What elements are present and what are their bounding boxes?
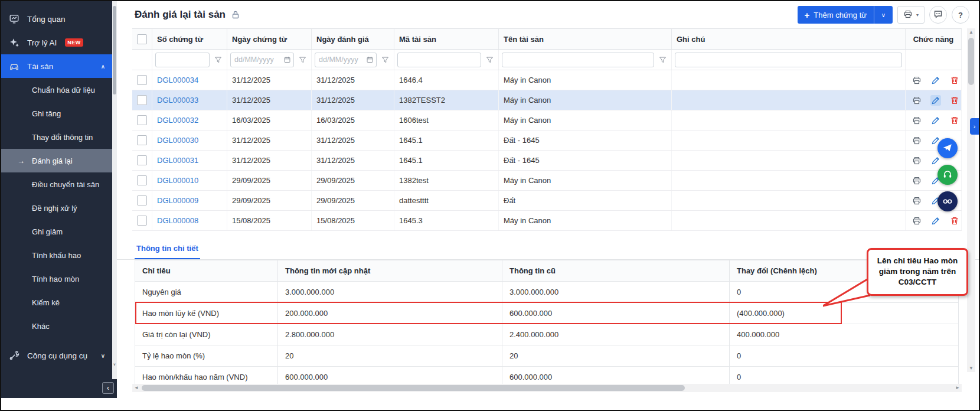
scroll-down-icon[interactable]: ▼ xyxy=(967,366,975,371)
sidebar-subitem-danh-gia-lai[interactable]: → Đánh giá lại xyxy=(1,149,112,172)
sidebar-collapse-button[interactable]: ‹ xyxy=(102,382,114,394)
print-icon[interactable] xyxy=(912,216,922,226)
print-icon[interactable] xyxy=(912,175,922,186)
filter-so-chung-tu-input[interactable] xyxy=(155,53,210,67)
filter-ngay-chung-tu-input[interactable] xyxy=(230,53,294,67)
sidebar-scrollbar-thumb[interactable] xyxy=(113,6,116,94)
scroll-left-icon[interactable]: ◄ xyxy=(132,384,141,392)
help-button[interactable]: ? xyxy=(952,6,969,24)
scroll-up-icon[interactable]: ▲ xyxy=(967,30,975,35)
document-link[interactable]: DGL000009 xyxy=(157,196,198,205)
row-checkbox[interactable] xyxy=(137,155,147,165)
vertical-scrollbar[interactable]: ▲ ▼ xyxy=(967,28,975,372)
document-link[interactable]: DGL000033 xyxy=(157,96,198,105)
print-icon[interactable] xyxy=(912,135,922,146)
sidebar-subitem-ghi-tang[interactable]: Ghi tăng xyxy=(1,102,112,125)
filter-funnel-icon[interactable] xyxy=(212,56,224,64)
row-checkbox[interactable] xyxy=(137,195,147,206)
add-voucher-button[interactable]: + Thêm chứng từ xyxy=(798,6,874,24)
sidebar-subitem-de-nghi-xu-ly[interactable]: Đề nghị xử lý xyxy=(1,196,112,220)
column-header[interactable]: Ngày chứng từ xyxy=(227,29,312,49)
sidebar-subitem-kiem-ke[interactable]: Kiểm kê xyxy=(1,291,112,314)
table-row[interactable]: DGL000030 31/12/2025 31/12/2025 1645.1 Đ… xyxy=(132,131,962,151)
filter-ma-tai-san-input[interactable] xyxy=(397,53,481,67)
edit-icon[interactable] xyxy=(930,216,941,226)
sidebar-subitem-dieu-chuyen-tai-san[interactable]: Điều chuyển tài sản xyxy=(1,172,112,196)
table-row[interactable]: DGL000008 15/08/2025 15/08/2025 1645.3 M… xyxy=(132,211,962,231)
filter-ghi-chu-input[interactable] xyxy=(675,53,902,67)
print-icon[interactable] xyxy=(912,115,922,126)
support-fab-button[interactable] xyxy=(937,165,958,185)
row-checkbox[interactable] xyxy=(137,135,147,145)
print-icon[interactable] xyxy=(912,95,922,106)
vertical-scrollbar-thumb[interactable] xyxy=(968,38,974,85)
filter-funnel-icon[interactable] xyxy=(296,56,308,64)
row-checkbox[interactable] xyxy=(137,115,147,125)
table-row[interactable]: DGL000033 31/12/2025 31/12/2025 1382TESS… xyxy=(132,90,962,110)
note xyxy=(672,90,906,110)
sidebar-subitem-tinh-hao-mon[interactable]: Tính hao mòn xyxy=(1,267,112,291)
delete-icon[interactable] xyxy=(949,115,960,126)
bot-fab-button[interactable] xyxy=(937,191,958,211)
document-link[interactable]: DGL000031 xyxy=(157,156,198,165)
tab-thong-tin-chi-tiet[interactable]: Thông tin chi tiết xyxy=(135,238,200,259)
filter-ten-tai-san-input[interactable] xyxy=(502,53,654,67)
criteria-label: Giá trị còn lại (VND) xyxy=(135,324,278,345)
document-link[interactable]: DGL000032 xyxy=(157,116,198,125)
sidebar-subitem-tinh-khau-hao[interactable]: Tính khấu hao xyxy=(1,243,112,267)
edit-icon[interactable] xyxy=(930,155,941,166)
row-checkbox[interactable] xyxy=(137,216,147,226)
sidebar-subitem-khac[interactable]: Khác xyxy=(1,314,112,338)
scroll-right-icon[interactable]: ► xyxy=(953,384,962,392)
table-row[interactable]: DGL000031 31/12/2025 31/12/2025 1645.1 Đ… xyxy=(132,151,962,171)
document-link[interactable]: DGL000010 xyxy=(157,176,198,185)
filter-ngay-danh-gia-input[interactable] xyxy=(315,53,377,67)
print-icon[interactable] xyxy=(912,155,922,166)
sidebar-item-tro-ly-ai[interactable]: Trợ lý AI NEW xyxy=(1,31,112,54)
delete-icon[interactable] xyxy=(949,95,960,106)
sidebar-item-tong-quan[interactable]: Tổng quan xyxy=(1,7,112,31)
printer-icon xyxy=(903,9,913,21)
sidebar-item-cong-cu-dung-cu[interactable]: Công cụ dụng cụ ∨ xyxy=(1,344,112,367)
document-link[interactable]: DGL000030 xyxy=(157,136,198,145)
edit-icon[interactable] xyxy=(930,115,941,126)
sidebar-subitem-chuan-hoa-du-lieu[interactable]: Chuẩn hóa dữ liệu xyxy=(1,78,112,102)
sidebar-item-tai-san[interactable]: Tài sản ∧ xyxy=(1,54,112,78)
filter-funnel-icon[interactable] xyxy=(656,56,668,64)
row-checkbox[interactable] xyxy=(137,95,147,105)
sidebar-subitem-thay-doi-thong-tin[interactable]: Thay đổi thông tin xyxy=(1,125,112,149)
print-icon[interactable] xyxy=(912,75,922,86)
assistant-fab-button[interactable] xyxy=(937,138,958,158)
table-row[interactable]: DGL000010 29/09/2025 29/09/2025 1382test… xyxy=(132,171,962,191)
column-header[interactable]: Tên tài sản xyxy=(499,29,672,49)
delete-icon[interactable] xyxy=(949,216,960,226)
sidebar-scroll-down-icon[interactable]: ∨ xyxy=(112,362,117,366)
edit-icon[interactable] xyxy=(930,75,941,86)
delete-icon[interactable] xyxy=(949,75,960,86)
document-link[interactable]: DGL000008 xyxy=(157,216,198,225)
print-icon[interactable] xyxy=(912,195,922,206)
sidebar-subitem-ghi-giam[interactable]: Ghi giảm xyxy=(1,220,112,243)
filter-funnel-icon[interactable] xyxy=(484,56,495,64)
table-row[interactable]: DGL000032 16/03/2025 16/03/2025 1606test… xyxy=(132,110,962,131)
sidebar-item-label: Tài sản xyxy=(27,62,53,71)
column-header[interactable]: Ghi chú xyxy=(672,29,906,49)
horizontal-scrollbar[interactable]: ◄ ► xyxy=(132,384,962,392)
row-checkbox[interactable] xyxy=(137,175,147,185)
column-header[interactable]: Số chứng từ xyxy=(152,29,227,49)
horizontal-scrollbar-thumb[interactable] xyxy=(142,385,685,391)
expand-panel-tab[interactable]: › xyxy=(970,118,979,135)
table-row[interactable]: DGL000009 29/09/2025 29/09/2025 dattestt… xyxy=(132,191,962,211)
column-header[interactable]: Ngày đánh giá xyxy=(312,29,394,49)
column-header[interactable]: Mã tài sản xyxy=(394,29,499,49)
filter-funnel-icon[interactable] xyxy=(379,56,391,64)
print-menu-button[interactable]: ▾ xyxy=(897,6,925,24)
sidebar-scrollbar[interactable]: ∨ xyxy=(112,1,117,379)
header-checkbox[interactable] xyxy=(137,34,147,44)
feedback-button[interactable] xyxy=(929,6,947,24)
document-link[interactable]: DGL000034 xyxy=(157,76,198,84)
edit-icon[interactable] xyxy=(930,95,941,106)
table-row[interactable]: DGL000034 31/12/2025 31/12/2025 1646.4 M… xyxy=(132,70,962,90)
add-voucher-dropdown-button[interactable]: ∨ xyxy=(874,6,893,24)
row-checkbox[interactable] xyxy=(137,75,147,85)
